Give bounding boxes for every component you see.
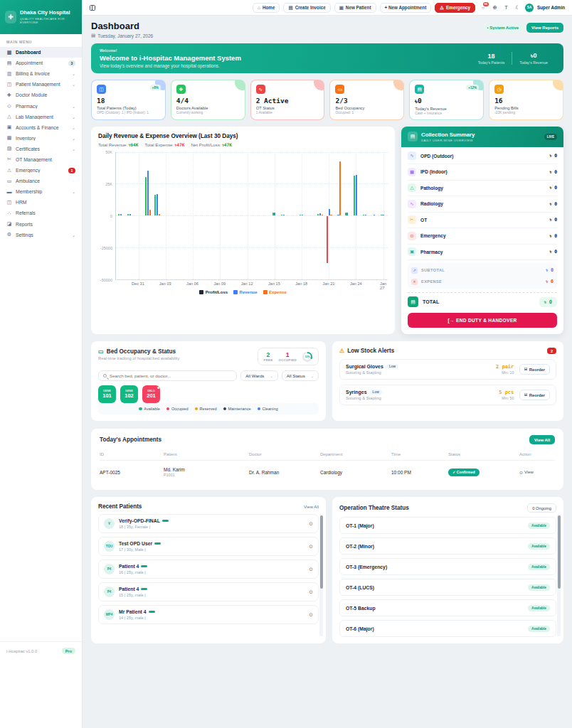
notifications-bell-icon[interactable]: ⌔99 <box>479 4 487 11</box>
status-filter-select[interactable]: All Status⌄ <box>282 370 319 381</box>
new-appointment-button[interactable]: + New Appointment <box>380 3 432 13</box>
emergency-button[interactable]: ⚠Emergency <box>435 3 475 13</box>
card-decoration <box>314 80 324 90</box>
end-duty-button[interactable]: [→ END DUTY & HANDOVER <box>408 313 557 328</box>
sidebar-item-billing-invoice[interactable]: ▥Billing & Invoice⌄ <box>0 68 82 79</box>
text-size-icon[interactable]: T <box>502 4 510 11</box>
chart-total: Net Profit/Loss: ৳47K <box>191 142 232 148</box>
available-badge: Available <box>528 543 550 550</box>
globe-icon[interactable]: ⊕ <box>491 4 499 11</box>
eye-icon[interactable]: ⊙ <box>309 544 313 550</box>
finance-icon: ▣ <box>6 124 12 130</box>
chart-bar <box>118 214 120 215</box>
sidebar-item-doctor-module[interactable]: ✚Doctor Module <box>0 90 82 100</box>
view-reports-button[interactable]: View Reports <box>526 23 563 33</box>
x-tick-label: Jan 18 <box>295 282 307 286</box>
view-button[interactable]: ⊙View <box>519 470 555 475</box>
home-button[interactable]: ⌂Home <box>253 3 280 13</box>
avatar: P4 <box>104 564 115 574</box>
sidebar-item-dashboard[interactable]: ▦Dashboard <box>0 47 82 58</box>
status-tag <box>162 520 169 522</box>
sidebar-item-lab-management[interactable]: △Lab Management⌄ <box>0 112 82 122</box>
available-badge: Available <box>528 626 550 632</box>
appt-department: Cardiology <box>320 464 391 481</box>
sidebar-item-patient-management[interactable]: ◫Patient Management⌄ <box>0 79 82 90</box>
sidebar-item-reports[interactable]: ◪Reports <box>0 219 82 230</box>
bed-tile-102[interactable]: GENE102 <box>120 385 138 403</box>
sidebar-item-ot-management[interactable]: ✂OT Management <box>0 154 82 165</box>
chart-x-axis: Dec 31Jan 03Jan 06Jan 09Jan 12Jan 15Jan … <box>115 280 388 287</box>
menu-section-label: MAIN MENU <box>0 34 82 47</box>
collection-total-row: ▤ TOTAL ৳ 0 <box>408 296 557 307</box>
bed-stats-chip: 2FREE 1OCCUPIED 33% <box>258 348 319 365</box>
eye-icon[interactable]: ⊙ <box>309 589 313 595</box>
button-label: Emergency <box>446 5 470 10</box>
appointments-view-all-button[interactable]: View All <box>529 435 555 444</box>
button-label: New Patient <box>346 5 371 10</box>
ward-filter-select[interactable]: All Wards⌄ <box>240 370 277 381</box>
gridline <box>116 247 388 248</box>
sidebar-item-hrm[interactable]: ◫HRM <box>0 197 82 208</box>
recent-patients-view-all[interactable]: View All <box>304 505 319 509</box>
chart-legend: Profit/LossRevenueExpense <box>98 290 388 294</box>
bed-search[interactable] <box>98 370 237 381</box>
bed-search-input[interactable] <box>110 373 232 378</box>
stock-item-category: Suturing & Stapling <box>346 396 382 400</box>
invoice-icon: ▥ <box>6 71 12 77</box>
sidebar-item-label: Ambulance <box>16 178 75 183</box>
wallet-icon: ▤ <box>408 132 418 141</box>
patients-scrollbar[interactable] <box>319 514 323 636</box>
reorder-button[interactable]: ⌸Reorder <box>519 364 550 375</box>
sidebar-item-emergency[interactable]: ⚠Emergency1 <box>0 165 82 176</box>
dark-mode-icon[interactable]: ☾ <box>514 4 521 11</box>
calendar-icon: ▤ <box>6 60 12 66</box>
sidebar-toggle-icon[interactable] <box>90 5 95 11</box>
sidebar-item-membership[interactable]: ▬Membership⌄ <box>0 186 82 197</box>
sidebar-item-appointment[interactable]: ▤Appointment3 <box>0 58 82 68</box>
bed-tile-201[interactable]: DELU201 <box>142 385 160 403</box>
sidebar-item-accounts-finance[interactable]: ▣Accounts & Finance⌄ <box>0 122 82 133</box>
sidebar-item-inventory[interactable]: ▩Inventory⌄ <box>0 133 82 144</box>
ot-item-ot-4-lucs: OT-4 (LUCS)Available <box>339 579 556 596</box>
ot-scrollbar[interactable] <box>557 514 561 636</box>
stat-value: 18 <box>97 97 160 105</box>
appointments-header-row: IDPatientDoctorDepartmentTimeStatusActio… <box>100 449 555 461</box>
stat-label: OT Status <box>256 106 319 110</box>
available-badge: Available <box>528 564 550 570</box>
trend-icon: ↗ <box>411 267 418 274</box>
appt-doctor: Dr. A. Rahman <box>249 464 320 481</box>
patient-name: Patient 4 <box>119 564 147 569</box>
new-patient-button[interactable]: ▣New Patient <box>334 3 376 13</box>
bed-tile-101[interactable]: GENE101 <box>98 385 116 403</box>
bed-icon: ▭ <box>335 85 344 94</box>
chart-bar <box>127 214 129 215</box>
sidebar-item-pharmacy[interactable]: ◇Pharmacy⌄ <box>0 100 82 111</box>
patient-meta: 18 | 35y, Female | <box>119 525 169 529</box>
avatar: P4 <box>104 587 115 597</box>
low-tag: Low <box>386 364 398 369</box>
column-header-time: Time <box>391 449 448 461</box>
ambulance-icon: ▭ <box>6 178 12 184</box>
create-invoice-button[interactable]: ▤Create Invoice <box>283 3 330 13</box>
y-tick-label: 50K <box>105 150 112 154</box>
eye-icon[interactable]: ⊙ <box>309 612 313 618</box>
sidebar-item-label: Referrals <box>16 210 75 215</box>
avatar[interactable]: SA <box>525 4 534 12</box>
value: ৳ 0 <box>546 279 554 284</box>
sidebar-item-certificates[interactable]: ▨Certificates⌄ <box>0 144 82 154</box>
sidebar-item-ambulance[interactable]: ▭Ambulance <box>0 176 82 186</box>
stat-card-pending-bills: ◷16Pending Bills৳23K pending <box>489 80 563 120</box>
chart-bar <box>159 214 160 215</box>
sidebar-item-referrals[interactable]: ∴Referrals <box>0 208 82 218</box>
qty-min: Min: 50 <box>499 396 514 400</box>
bed-tiles: GENE101GENE102DELU201 <box>98 385 319 403</box>
reorder-button[interactable]: ⌸Reorder <box>519 390 550 400</box>
patient-info: Test OPD User17 | 30y, Male | <box>119 541 161 552</box>
sidebar-item-settings[interactable]: ⚙Settings⌄ <box>0 230 82 240</box>
legend-label: Occupied <box>171 407 189 411</box>
eye-icon[interactable]: ⊙ <box>309 567 313 572</box>
collection-row-pathology: △Pathology৳ 0 <box>408 181 557 197</box>
bed-legend-maintenance: Maintenance <box>223 407 251 411</box>
eye-icon[interactable]: ⊙ <box>309 521 313 527</box>
pharmacy-icon: ◇ <box>6 103 12 109</box>
